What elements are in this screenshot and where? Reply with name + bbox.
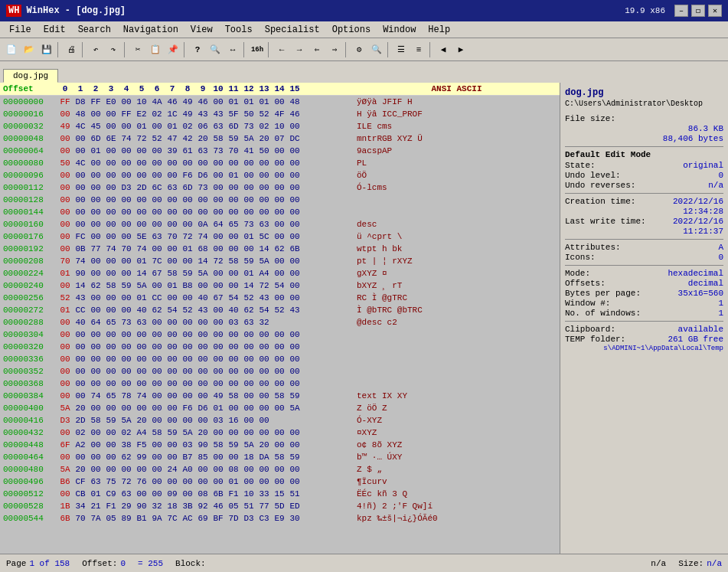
- hex-byte[interactable]: 5F: [227, 108, 240, 120]
- hex-byte[interactable]: 5A: [196, 267, 210, 279]
- hex-byte[interactable]: 05: [227, 500, 240, 512]
- hex-byte[interactable]: 00: [104, 365, 118, 378]
- hex-byte[interactable]: 00: [89, 427, 103, 439]
- hex-row[interactable]: 0000036800000000000000000000000000000000: [0, 378, 560, 390]
- hex-byte[interactable]: 00: [227, 353, 240, 365]
- hex-byte[interactable]: 00: [104, 120, 118, 132]
- hex-byte[interactable]: 58: [165, 267, 179, 279]
- hex-byte[interactable]: 00: [257, 365, 271, 378]
- hex-byte[interactable]: B6: [58, 476, 72, 488]
- hex-byte[interactable]: 00: [165, 439, 179, 451]
- hex-byte[interactable]: 00: [181, 365, 194, 378]
- hex-byte[interactable]: 00: [119, 194, 133, 206]
- hex-row[interactable]: 0000024000146258595A0001B800000014725400…: [0, 279, 560, 292]
- hex-byte[interactable]: 6B: [58, 512, 72, 525]
- hex-byte[interactable]: 00: [135, 378, 149, 390]
- hex-byte[interactable]: 00: [150, 279, 164, 292]
- hex-byte[interactable]: 08: [227, 463, 240, 476]
- hex-byte[interactable]: 00: [73, 378, 87, 390]
- hex-byte[interactable]: 01: [135, 292, 149, 304]
- hex-byte[interactable]: 00: [165, 169, 179, 181]
- hex-byte[interactable]: 00: [211, 365, 225, 378]
- hex-byte[interactable]: 00: [288, 427, 302, 439]
- menu-search[interactable]: Search: [72, 23, 117, 37]
- hex-byte[interactable]: 73: [242, 120, 256, 132]
- hex-byte[interactable]: 77: [89, 243, 103, 255]
- hex-byte[interactable]: 02: [119, 427, 133, 439]
- hex-byte[interactable]: 00: [150, 328, 164, 341]
- hex-byte[interactable]: 74: [73, 255, 87, 267]
- hex-byte[interactable]: 00: [73, 328, 87, 341]
- hex-byte[interactable]: 00: [242, 157, 256, 169]
- hex-byte[interactable]: 58: [227, 255, 240, 267]
- hex-byte[interactable]: 00: [257, 414, 271, 427]
- hex-byte[interactable]: 00: [288, 230, 302, 243]
- hex-byte[interactable]: 62: [89, 279, 103, 292]
- hex-byte[interactable]: 14: [257, 243, 271, 255]
- hex-byte[interactable]: 67: [150, 267, 164, 279]
- hex-byte[interactable]: 14: [242, 279, 256, 292]
- hex-byte[interactable]: 5A: [181, 427, 194, 439]
- hex-byte[interactable]: 00: [165, 328, 179, 341]
- find-next-button[interactable]: 🔍: [207, 41, 224, 58]
- hex-byte[interactable]: 20: [135, 414, 149, 427]
- hex-byte[interactable]: 73: [211, 145, 225, 157]
- hex-byte[interactable]: 00: [273, 230, 286, 243]
- hex-byte[interactable]: 01: [58, 267, 72, 279]
- hex-byte[interactable]: B8: [181, 279, 194, 292]
- hex-byte[interactable]: 00: [119, 157, 133, 169]
- hex-byte[interactable]: 00: [211, 96, 225, 108]
- hex-byte[interactable]: B7: [181, 451, 194, 463]
- hex-byte[interactable]: 00: [150, 316, 164, 328]
- hex-byte[interactable]: 20: [73, 463, 87, 476]
- hex-byte[interactable]: 5A: [257, 255, 271, 267]
- hex-byte[interactable]: 99: [135, 451, 149, 463]
- hex-byte[interactable]: 6E: [104, 132, 118, 145]
- hex-byte[interactable]: 00: [273, 181, 286, 194]
- hex-byte[interactable]: 43: [196, 304, 210, 316]
- hex-byte[interactable]: 00: [119, 463, 133, 476]
- hex-byte[interactable]: 00: [211, 451, 225, 463]
- hex-byte[interactable]: 08: [196, 488, 210, 500]
- hex-byte[interactable]: 20: [257, 132, 271, 145]
- hex-byte[interactable]: 00: [150, 243, 164, 255]
- hex-byte[interactable]: 00: [181, 255, 194, 267]
- hex-byte[interactable]: 00: [119, 218, 133, 230]
- hex-byte[interactable]: 00: [135, 488, 149, 500]
- hex-byte[interactable]: 00: [211, 304, 225, 316]
- hex-byte[interactable]: 54: [227, 292, 240, 304]
- restore-button[interactable]: ◻: [691, 5, 705, 17]
- hex-byte[interactable]: 00: [104, 378, 118, 390]
- hex-byte[interactable]: 00: [181, 341, 194, 353]
- hex-byte[interactable]: 58: [211, 132, 225, 145]
- hex-byte[interactable]: 0B: [73, 243, 87, 255]
- hex-byte[interactable]: 43: [257, 292, 271, 304]
- hex-byte[interactable]: 59: [165, 427, 179, 439]
- menu-tools[interactable]: Tools: [219, 23, 259, 37]
- hex-byte[interactable]: 00: [288, 120, 302, 132]
- hex-byte[interactable]: C3: [257, 512, 271, 525]
- hex-byte[interactable]: 21: [89, 500, 103, 512]
- hex-byte[interactable]: 52: [181, 304, 194, 316]
- arrow-right-button[interactable]: →: [291, 41, 308, 58]
- hex-byte[interactable]: 00: [104, 341, 118, 353]
- hex-byte[interactable]: 00: [58, 108, 72, 120]
- paste-button[interactable]: 📌: [165, 41, 181, 58]
- hex-byte[interactable]: 00: [150, 120, 164, 132]
- hex-byte[interactable]: 14: [73, 279, 87, 292]
- hex-byte[interactable]: F5: [135, 439, 149, 451]
- hex-byte[interactable]: 00: [288, 353, 302, 365]
- hex-byte[interactable]: 77: [257, 500, 271, 512]
- hex-byte[interactable]: 1C: [165, 108, 179, 120]
- hex-byte[interactable]: 46: [211, 500, 225, 512]
- hex-byte[interactable]: 90: [73, 267, 87, 279]
- hex-byte[interactable]: 00: [288, 292, 302, 304]
- hex-byte[interactable]: 62: [150, 304, 164, 316]
- hex-byte[interactable]: 4A: [150, 96, 164, 108]
- hex-byte[interactable]: 00: [58, 316, 72, 328]
- hex-byte[interactable]: 63: [119, 488, 133, 500]
- tab-dog-jpg[interactable]: dog.jpg: [3, 69, 58, 83]
- hex-byte[interactable]: 00: [257, 206, 271, 218]
- hex-row[interactable]: 00000496B6CF6375727600000000000100000000…: [0, 476, 560, 488]
- hex-byte[interactable]: 00: [273, 402, 286, 414]
